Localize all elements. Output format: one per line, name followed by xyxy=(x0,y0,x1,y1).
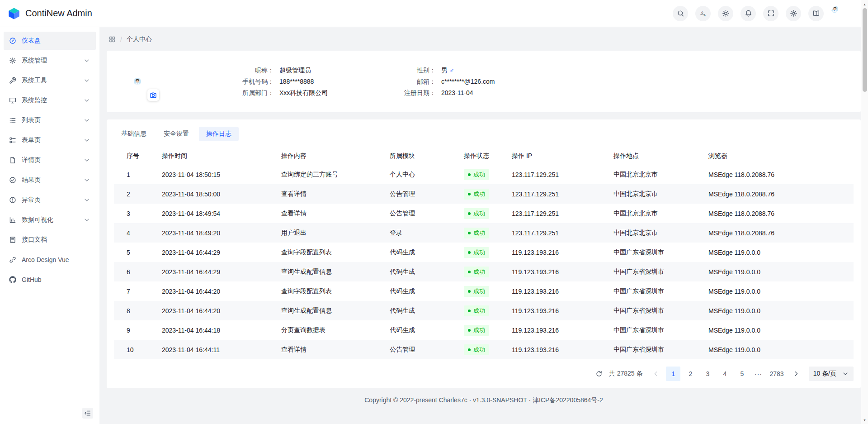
tab-basic-info[interactable]: 基础信息 xyxy=(114,127,154,141)
chevron-down-icon xyxy=(842,370,849,377)
table-row[interactable]: 42023-11-04 18:49:20用户退出登录成功123.117.129.… xyxy=(114,223,854,243)
tab-operation-log[interactable]: 操作日志 xyxy=(199,127,239,141)
sidebar-item-system-monitor[interactable]: 系统监控 xyxy=(4,91,96,110)
profile-avatar[interactable] xyxy=(116,60,159,103)
table-cell: MSEdge 118.0.2088.76 xyxy=(701,184,854,204)
status-cell: 成功 xyxy=(457,184,505,204)
column-header: 操作地点 xyxy=(606,148,701,165)
column-header: 浏览器 xyxy=(701,148,854,165)
table-cell: 6 xyxy=(114,262,155,281)
chevron-down-icon xyxy=(83,97,90,104)
tab-security-settings[interactable]: 安全设置 xyxy=(156,127,196,141)
user-avatar[interactable] xyxy=(831,5,847,22)
log-table-head-row: 序号操作时间操作内容所属模块操作状态操作 IP操作地点浏览器 xyxy=(114,148,854,165)
sidebar-item-result-pages[interactable]: 结果页 xyxy=(4,171,96,189)
table-row[interactable]: 72023-11-04 16:44:20查询字段配置列表代码生成成功119.12… xyxy=(114,281,854,301)
translate-button[interactable]: 文A xyxy=(695,6,711,21)
status-dot-icon xyxy=(468,193,471,195)
table-cell: 2023-11-04 18:49:54 xyxy=(155,204,274,223)
table-cell: 中国广东省深圳市 xyxy=(606,340,701,359)
prev-page-button[interactable] xyxy=(649,367,663,381)
status-cell: 成功 xyxy=(457,262,505,281)
table-cell: 中国广东省深圳市 xyxy=(606,301,701,320)
status-dot-icon xyxy=(468,232,471,234)
pagination-ellipsis[interactable]: ··· xyxy=(752,370,764,377)
theme-button[interactable] xyxy=(718,6,733,21)
table-cell: 10 xyxy=(114,340,155,359)
status-cell: 成功 xyxy=(457,340,505,359)
table-cell: 公告管理 xyxy=(382,204,457,223)
table-row[interactable]: 32023-11-04 18:49:54查看详情公告管理成功123.117.12… xyxy=(114,204,854,223)
table-row[interactable]: 82023-11-04 16:44:20查询生成配置信息代码生成成功119.12… xyxy=(114,301,854,320)
profile-field-label: 性别： xyxy=(392,66,436,75)
scrollbar-up-arrow[interactable]: ▲ xyxy=(861,0,868,8)
table-cell: 2 xyxy=(114,184,155,204)
page-scrollbar[interactable]: ▲ ▼ xyxy=(861,0,868,424)
status-badge: 成功 xyxy=(464,208,489,219)
page-size-select[interactable]: 10 条/页 xyxy=(809,367,854,381)
table-cell: 1 xyxy=(114,165,155,184)
table-cell: 2023-11-04 18:50:00 xyxy=(155,184,274,204)
scrollbar-down-arrow[interactable]: ▼ xyxy=(861,416,868,424)
page-button-1[interactable]: 1 xyxy=(666,367,680,381)
docs-button[interactable] xyxy=(808,6,824,21)
sidebar-item-list-pages[interactable]: 列表页 xyxy=(4,111,96,129)
sidebar-item-exception-pages[interactable]: 异常页 xyxy=(4,191,96,209)
profile-card: 昵称：超级管理员性别：男♂手机号码：188****8888邮箱：c*******… xyxy=(107,51,861,112)
table-cell: MSEdge 119.0.0.0 xyxy=(701,320,854,340)
sidebar-item-dashboard[interactable]: 仪表盘 xyxy=(4,32,96,50)
fullscreen-button[interactable] xyxy=(763,6,778,21)
table-cell: 个人中心 xyxy=(382,165,457,184)
table-cell: 119.123.193.216 xyxy=(505,262,606,281)
table-cell: 2023-11-04 16:44:11 xyxy=(155,340,274,359)
apps-icon[interactable] xyxy=(108,36,116,43)
sidebar-item-arco-design-vue[interactable]: Arco Design Vue xyxy=(4,251,96,269)
next-page-button[interactable] xyxy=(789,367,803,381)
table-cell: 2023-11-04 16:44:20 xyxy=(155,281,274,301)
table-row[interactable]: 52023-11-04 16:44:29查询字段配置列表代码生成成功119.12… xyxy=(114,243,854,262)
change-avatar-button[interactable] xyxy=(147,89,159,101)
operation-log-table: 序号操作时间操作内容所属模块操作状态操作 IP操作地点浏览器 12023-11-… xyxy=(114,148,854,359)
sidebar-item-form-pages[interactable]: 表单页 xyxy=(4,131,96,149)
settings-button[interactable] xyxy=(786,6,801,21)
breadcrumb-current[interactable]: 个人中心 xyxy=(127,35,152,43)
scrollbar-thumb[interactable] xyxy=(863,8,867,92)
sidebar-item-github[interactable]: GitHub xyxy=(4,271,96,289)
sidebar-collapse-button[interactable] xyxy=(82,408,93,419)
notification-button[interactable] xyxy=(741,6,756,21)
app-logo-icon xyxy=(7,7,21,20)
sidebar-item-label: 系统监控 xyxy=(22,96,78,105)
table-row[interactable]: 12023-11-04 18:50:15查询绑定的三方账号个人中心成功123.1… xyxy=(114,165,854,184)
status-cell: 成功 xyxy=(457,320,505,340)
page-button-4[interactable]: 4 xyxy=(717,367,732,381)
sidebar-item-data-visualization[interactable]: 数据可视化 xyxy=(4,211,96,229)
page-button-2[interactable]: 2 xyxy=(683,367,698,381)
sidebar-item-api-docs[interactable]: 接口文档 xyxy=(4,231,96,249)
column-header: 操作 IP xyxy=(505,148,606,165)
table-cell: 4 xyxy=(114,223,155,243)
profile-field-label: 注册日期： xyxy=(392,88,436,97)
sidebar-item-system-tools[interactable]: 系统工具 xyxy=(4,71,96,90)
status-badge: 成功 xyxy=(464,267,489,277)
page-button-3[interactable]: 3 xyxy=(700,367,715,381)
status-badge: 成功 xyxy=(464,189,489,200)
chart-icon xyxy=(9,216,16,224)
pagination: 共 27825 条12345···278310 条/页 xyxy=(114,367,854,381)
table-cell: 分页查询数据表 xyxy=(274,320,382,340)
status-dot-icon xyxy=(468,271,471,273)
page-button-2783[interactable]: 2783 xyxy=(767,367,786,381)
table-row[interactable]: 62023-11-04 16:44:29查询生成配置信息代码生成成功119.12… xyxy=(114,262,854,281)
table-row[interactable]: 102023-11-04 16:44:11查看详情公告管理成功119.123.1… xyxy=(114,340,854,359)
table-cell: 119.123.193.216 xyxy=(505,281,606,301)
sidebar-item-label: 列表页 xyxy=(22,116,78,124)
sidebar-item-system-management[interactable]: 系统管理 xyxy=(4,52,96,70)
table-row[interactable]: 92023-11-04 16:44:18分页查询数据表代码生成成功119.123… xyxy=(114,320,854,340)
sidebar-item-label: 接口文档 xyxy=(22,236,90,244)
column-header: 操作内容 xyxy=(274,148,382,165)
search-button[interactable] xyxy=(673,6,688,21)
page-button-5[interactable]: 5 xyxy=(735,367,749,381)
status-dot-icon xyxy=(468,348,471,351)
sidebar-item-detail-pages[interactable]: 详情页 xyxy=(4,151,96,169)
refresh-button[interactable] xyxy=(593,367,605,380)
table-row[interactable]: 22023-11-04 18:50:00查看详情公告管理成功123.117.12… xyxy=(114,184,854,204)
